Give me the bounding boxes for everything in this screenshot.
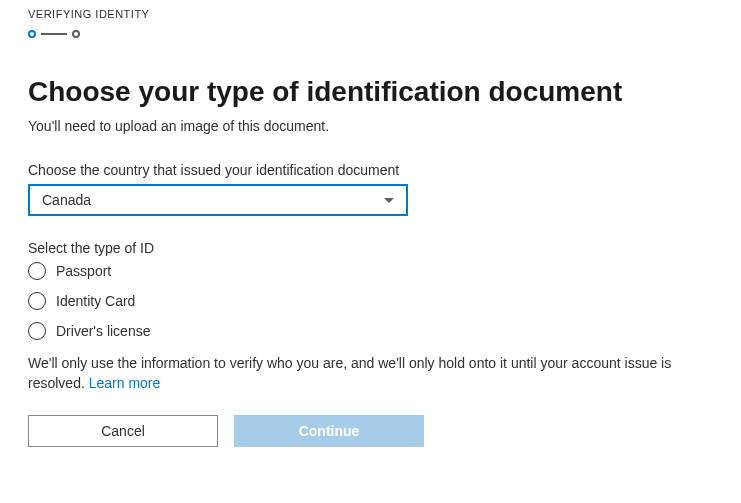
country-value: Canada [42, 192, 91, 208]
header-label: VERIFYING IDENTITY [28, 8, 713, 20]
step-line [41, 33, 67, 35]
radio-label: Passport [56, 263, 111, 279]
radio-drivers-license[interactable]: Driver's license [28, 322, 713, 340]
progress-stepper [28, 30, 713, 38]
radio-circle-icon [28, 322, 46, 340]
page-title: Choose your type of identification docum… [28, 76, 713, 108]
radio-circle-icon [28, 292, 46, 310]
radio-label: Driver's license [56, 323, 150, 339]
disclaimer-text: We'll only use the information to verify… [28, 354, 713, 393]
button-row: Cancel Continue [28, 415, 713, 447]
idtype-radio-group: Passport Identity Card Driver's license [28, 262, 713, 340]
chevron-down-icon [384, 198, 394, 203]
country-dropdown[interactable]: Canada [28, 184, 408, 216]
radio-label: Identity Card [56, 293, 135, 309]
radio-circle-icon [28, 262, 46, 280]
radio-identity-card[interactable]: Identity Card [28, 292, 713, 310]
page-subtitle: You'll need to upload an image of this d… [28, 118, 713, 134]
idtype-field-label: Select the type of ID [28, 240, 713, 256]
country-field-label: Choose the country that issued your iden… [28, 162, 713, 178]
step-2-dot [72, 30, 80, 38]
continue-button[interactable]: Continue [234, 415, 424, 447]
step-1-dot [28, 30, 36, 38]
cancel-button[interactable]: Cancel [28, 415, 218, 447]
learn-more-link[interactable]: Learn more [89, 375, 161, 391]
radio-passport[interactable]: Passport [28, 262, 713, 280]
